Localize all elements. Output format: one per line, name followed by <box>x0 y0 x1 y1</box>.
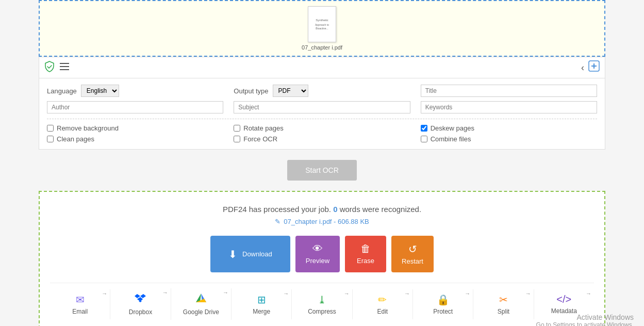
checkbox-col-1: Remove background Clean pages <box>47 124 223 143</box>
download-button[interactable]: ⬇ Download <box>210 236 290 272</box>
start-ocr-button[interactable]: Start OCR <box>287 160 357 181</box>
share-email[interactable]: → ✉ Email <box>50 289 110 319</box>
email-label: Email <box>72 308 88 315</box>
rotate-pages-checkbox[interactable] <box>234 125 240 132</box>
svg-rect-0 <box>60 63 69 64</box>
language-col: Language English <box>47 85 223 97</box>
edit-icon: ✏ <box>378 294 387 306</box>
svg-marker-6 <box>135 294 140 298</box>
keywords-col <box>421 101 597 113</box>
pencil-icon: ✎ <box>275 218 280 225</box>
output-type-label: Output type <box>234 87 268 95</box>
svg-rect-2 <box>60 69 69 70</box>
preview-label: Preview <box>306 257 329 265</box>
compress-icon: ⤓ <box>318 294 326 306</box>
activation-subtitle: Go to Settings to activate Windows. <box>536 321 634 326</box>
share-edit[interactable]: → ✏ Edit <box>353 289 413 319</box>
list-icon[interactable] <box>60 62 69 73</box>
settings-row-1: Language English Output type PDF DOCX TX… <box>47 85 597 97</box>
split-label: Split <box>498 308 509 315</box>
file-name-label: 07_chapter i.pdf <box>302 44 342 51</box>
share-google-drive[interactable]: → Google Drive <box>171 288 232 320</box>
settings-row-2 <box>47 101 597 113</box>
erase-button[interactable]: 🗑 Erase <box>345 236 386 272</box>
checkbox-col-3: Deskew pages Combine files <box>421 124 597 143</box>
dropbox-arrow: → <box>162 289 168 296</box>
chevron-left-icon[interactable]: ‹ <box>581 62 584 73</box>
shield-icon <box>44 61 55 75</box>
file-item: Synthetic Approach to Bioactive... 07_ch… <box>302 6 342 51</box>
restart-label: Restart <box>402 257 423 265</box>
language-select[interactable]: English <box>81 85 119 97</box>
force-ocr-row: Force OCR <box>234 135 277 143</box>
file-link-text: 07_chapter i.pdf - 606.88 KB <box>284 218 369 225</box>
split-icon: ✂ <box>499 294 508 306</box>
remove-background-checkbox[interactable] <box>47 125 54 132</box>
rotate-pages-row: Rotate pages <box>234 124 283 132</box>
eye-icon: 👁 <box>312 243 323 255</box>
metadata-icon: </> <box>556 294 571 305</box>
activation-notice: Activate Windows Go to Settings to activ… <box>536 313 634 326</box>
output-type-col: Output type PDF DOCX TXT <box>234 85 410 97</box>
restart-icon: ↺ <box>408 243 417 255</box>
clean-pages-checkbox[interactable] <box>47 136 54 142</box>
language-label: Language <box>47 87 77 95</box>
author-input[interactable] <box>47 101 223 113</box>
compress-label: Compress <box>308 308 336 315</box>
share-split[interactable]: → ✂ Split <box>473 289 534 319</box>
settings-row-3: Remove background Clean pages Rotate pag… <box>47 124 597 143</box>
toolbar-left <box>44 61 69 75</box>
checkbox-col-2: Rotate pages Force OCR <box>234 124 410 143</box>
words-count: 0 <box>333 205 337 214</box>
email-icon: ✉ <box>76 294 85 306</box>
dropbox-icon <box>135 292 146 306</box>
restart-button[interactable]: ↺ Restart <box>391 236 434 272</box>
result-message: PDF24 has processed your job. 0 words we… <box>50 205 594 214</box>
keywords-input[interactable] <box>421 101 597 113</box>
edit-label: Edit <box>377 308 388 315</box>
clean-pages-label: Clean pages <box>57 135 94 143</box>
force-ocr-checkbox[interactable] <box>234 136 240 142</box>
result-file-link[interactable]: ✎ 07_chapter i.pdf - 606.88 KB <box>50 218 594 225</box>
settings-panel: Language English Output type PDF DOCX TX… <box>39 78 605 150</box>
combine-files-checkbox[interactable] <box>421 136 427 142</box>
thumbnail-content: Synthetic Approach to Bioactive... <box>308 16 336 33</box>
svg-rect-1 <box>60 66 69 67</box>
share-compress[interactable]: → ⤓ Compress <box>292 289 352 319</box>
trash-icon: 🗑 <box>360 243 371 255</box>
title-input[interactable] <box>421 85 597 97</box>
download-label: Download <box>242 250 272 258</box>
add-file-icon[interactable] <box>588 60 600 75</box>
author-col <box>47 101 223 113</box>
main-container: Synthetic Approach to Bioactive... 07_ch… <box>0 0 644 326</box>
toolbar-right: ‹ <box>581 60 600 75</box>
preview-button[interactable]: 👁 Preview <box>295 236 340 272</box>
activation-title: Activate Windows <box>536 313 634 321</box>
result-panel: PDF24 has processed your job. 0 words we… <box>39 191 605 326</box>
title-col <box>421 85 597 97</box>
deskew-pages-row: Deskew pages <box>421 124 474 132</box>
dropbox-label: Dropbox <box>129 308 152 316</box>
gdrive-arrow: → <box>223 289 228 296</box>
subject-input[interactable] <box>234 101 410 113</box>
split-arrow: → <box>525 290 531 297</box>
download-icon: ⬇ <box>228 248 237 260</box>
google-drive-label: Google Drive <box>183 308 219 316</box>
deskew-pages-checkbox[interactable] <box>421 125 427 132</box>
remove-background-row: Remove background <box>47 124 119 132</box>
file-thumbnail: Synthetic Approach to Bioactive... <box>308 6 336 42</box>
subject-col <box>234 101 410 113</box>
protect-label: Protect <box>433 308 453 315</box>
share-protect[interactable]: → 🔒 Protect <box>413 289 473 319</box>
remove-background-label: Remove background <box>57 124 119 132</box>
clean-pages-row: Clean pages <box>47 135 94 143</box>
force-ocr-label: Force OCR <box>243 135 277 143</box>
share-dropbox[interactable]: → Dropbox <box>110 288 171 320</box>
svg-marker-7 <box>140 294 146 298</box>
output-type-select[interactable]: PDF DOCX TXT <box>273 85 308 97</box>
share-merge[interactable]: → ⊞ Merge <box>232 289 292 319</box>
file-drop-area[interactable]: Synthetic Approach to Bioactive... 07_ch… <box>39 0 605 57</box>
metadata-arrow: → <box>586 290 591 297</box>
action-buttons: ⬇ Download 👁 Preview 🗑 Erase ↺ Restart <box>50 236 594 272</box>
edit-arrow: → <box>404 290 410 297</box>
